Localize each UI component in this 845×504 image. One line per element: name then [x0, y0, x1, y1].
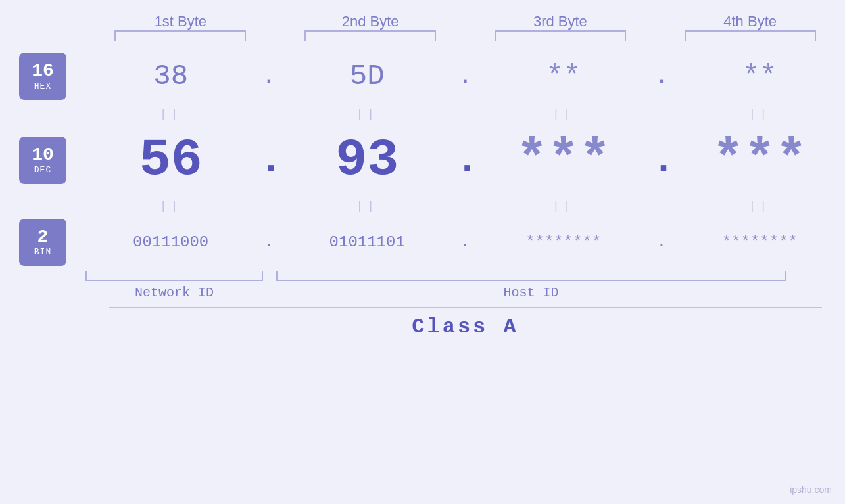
- dec-dot3: .: [652, 138, 671, 183]
- hex-dot3: .: [652, 63, 671, 90]
- bin-badge-container: 2 BIN: [0, 219, 85, 266]
- hex-dot1: .: [259, 63, 279, 90]
- bracket-byte3: [495, 30, 626, 41]
- bracket-byte2: [304, 30, 436, 41]
- watermark: ipshu.com: [790, 484, 832, 495]
- bin-byte1: 00111000: [89, 233, 253, 251]
- bin-badge: 2 BIN: [19, 219, 66, 266]
- equals2-b1: ||: [89, 200, 253, 213]
- equals2-b4: ||: [677, 200, 842, 213]
- dec-badge-container: 10 DEC: [0, 137, 85, 184]
- class-label: Class A: [109, 315, 822, 339]
- bin-dot3: .: [652, 233, 671, 251]
- equals1-b3: ||: [481, 108, 646, 121]
- dec-dot1: .: [259, 138, 279, 183]
- bottom-bracket-host: [276, 271, 786, 281]
- hex-badge-container: 16 HEX: [0, 53, 85, 100]
- byte3-header: 3rd Byte: [471, 13, 649, 30]
- equals2-b3: ||: [481, 200, 646, 213]
- hex-byte4: **: [677, 60, 842, 93]
- hex-byte3: **: [481, 60, 646, 93]
- dec-byte3: ***: [481, 130, 646, 190]
- dec-byte4: ***: [677, 130, 842, 190]
- host-id-label: Host ID: [276, 285, 786, 300]
- hex-badge: 16 HEX: [19, 53, 66, 100]
- equals1-b1: ||: [89, 108, 253, 121]
- bin-byte3: ********: [481, 233, 646, 251]
- network-id-label: Network ID: [85, 285, 263, 300]
- bin-byte4: ********: [677, 233, 842, 251]
- hex-byte1: 38: [89, 60, 253, 93]
- byte2-header: 2nd Byte: [281, 13, 459, 30]
- bracket-byte1: [114, 30, 246, 41]
- hex-dot2: .: [455, 63, 475, 90]
- equals1-b2: ||: [285, 108, 449, 121]
- hex-byte2: 5D: [285, 60, 449, 93]
- bin-byte2: 01011101: [285, 233, 449, 251]
- dec-dot2: .: [455, 138, 475, 183]
- bracket-byte4: [685, 30, 816, 41]
- dec-byte1: 56: [89, 130, 253, 190]
- main-container: 1st Byte 2nd Byte 3rd Byte 4th Byte 16 H…: [0, 0, 845, 504]
- dec-badge: 10 DEC: [19, 137, 66, 184]
- dec-byte2: 93: [285, 130, 449, 190]
- bin-dot1: .: [259, 233, 279, 251]
- byte4-header: 4th Byte: [662, 13, 839, 30]
- bin-dot2: .: [455, 233, 475, 251]
- class-divider: [109, 307, 822, 308]
- bottom-bracket-network: [85, 271, 263, 281]
- equals2-b2: ||: [285, 200, 449, 213]
- equals1-b4: ||: [677, 108, 842, 121]
- byte1-header: 1st Byte: [91, 13, 269, 30]
